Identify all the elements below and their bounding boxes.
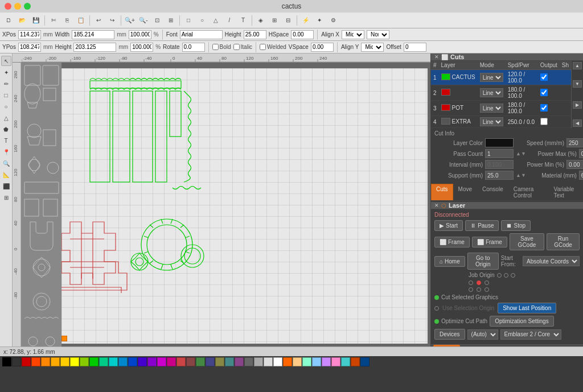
- layer-color-swatch[interactable]: [485, 138, 514, 147]
- table-row[interactable]: 4 EXTRA Line 250.0 / 0.0: [431, 116, 571, 128]
- tab-variable[interactable]: Variable Text: [548, 184, 583, 200]
- edit-tool[interactable]: ⊞: [1, 192, 11, 203]
- device-select[interactable]: Emblaser 2 / Core: [500, 329, 561, 340]
- scroll-up-btn[interactable]: ▲: [573, 62, 582, 69]
- pin-tool[interactable]: 📍: [1, 147, 11, 157]
- color-swatch-cc88ff[interactable]: [322, 357, 331, 366]
- color-swatch-8800cc[interactable]: [147, 357, 157, 366]
- home-btn[interactable]: ⌂ Home: [434, 256, 465, 267]
- layer-color2[interactable]: [441, 89, 450, 96]
- trace-btn[interactable]: ✦: [313, 14, 326, 27]
- color-swatch-44cccc[interactable]: [341, 357, 350, 366]
- color-swatch-ffff00[interactable]: [70, 357, 79, 366]
- node-tool[interactable]: ✦: [1, 67, 11, 77]
- speed-val[interactable]: 250: [566, 138, 583, 147]
- rotate-input[interactable]: [182, 43, 205, 52]
- color-swatch-ff8800[interactable]: [41, 357, 50, 366]
- color-swatch-cc0088[interactable]: [167, 357, 176, 366]
- zoom-sel-btn[interactable]: ⊞: [165, 14, 177, 27]
- show-last-pos-btn[interactable]: Show Last Position: [498, 303, 556, 313]
- go-to-origin-btn[interactable]: Go to Origin: [467, 253, 499, 270]
- table-row[interactable]: 1 CACTUS Line 120.0 / 100.0: [431, 70, 571, 85]
- color-swatch-444488[interactable]: [206, 357, 215, 366]
- color-swatch-ffcc00[interactable]: [60, 357, 69, 366]
- canvas-area[interactable]: -240 -200 -160 -120 -80 -40 0 40 80 120 …: [13, 53, 430, 346]
- layer-color4[interactable]: [441, 118, 450, 125]
- close-button[interactable]: [5, 3, 11, 10]
- support-arrows[interactable]: ▲▼: [516, 172, 526, 178]
- redo-btn[interactable]: ↪: [106, 14, 118, 27]
- color-swatch-ff6600[interactable]: [283, 357, 292, 366]
- color-swatch-333333[interactable]: [12, 357, 21, 366]
- radio8[interactable]: [477, 287, 481, 292]
- zoom-out-btn[interactable]: 🔍-: [137, 14, 150, 27]
- pass-count-val[interactable]: 1: [485, 149, 514, 158]
- scroll-down-btn[interactable]: ▼: [573, 80, 582, 88]
- open-btn[interactable]: 📂: [16, 14, 28, 27]
- optimization-btn[interactable]: Optimization Settings: [490, 316, 554, 327]
- text-tool[interactable]: T: [1, 135, 11, 146]
- color-swatch-cc0000[interactable]: [22, 357, 31, 366]
- radio2[interactable]: [504, 273, 508, 278]
- radio9[interactable]: [485, 287, 489, 292]
- aligny-select[interactable]: MiddleTopBottom: [361, 43, 384, 52]
- xpos-input[interactable]: [18, 30, 41, 39]
- offset-input[interactable]: [404, 43, 426, 52]
- hspace-input[interactable]: [291, 30, 314, 39]
- zoom-fit-btn[interactable]: ⊡: [151, 14, 163, 27]
- new-btn[interactable]: 🗋: [2, 14, 15, 27]
- wpct-input[interactable]: [129, 30, 151, 39]
- color-swatch-000000[interactable]: [2, 357, 11, 366]
- alignx-select[interactable]: MiddleLeftRight: [342, 30, 364, 39]
- btm-tab-shape[interactable]: Shape Properties: [492, 345, 549, 346]
- color-swatch-00cccc[interactable]: [109, 357, 118, 366]
- color-swatch-dddddd[interactable]: [264, 357, 273, 366]
- fill-tool[interactable]: ⬛: [1, 181, 11, 191]
- color-swatch-00cc00[interactable]: [89, 357, 98, 366]
- minimize-button[interactable]: [14, 3, 21, 10]
- devices-btn[interactable]: Devices: [434, 329, 465, 340]
- normal-select[interactable]: Normal: [367, 30, 389, 39]
- text-btn[interactable]: T: [237, 14, 249, 27]
- ypos-input[interactable]: [18, 43, 41, 52]
- cuts-close-btn[interactable]: ✕: [434, 54, 439, 60]
- color-swatch-0044cc[interactable]: [128, 357, 137, 366]
- color-swatch-00cc88[interactable]: [99, 357, 108, 366]
- radio4[interactable]: [469, 280, 473, 285]
- frame-btn2[interactable]: ⬜ Frame: [472, 237, 507, 247]
- color-swatch-cc00cc[interactable]: [157, 357, 166, 366]
- circle-tool[interactable]: ○: [1, 101, 11, 112]
- color-swatch-448844[interactable]: [196, 357, 205, 366]
- font-input[interactable]: [180, 30, 223, 39]
- width-input[interactable]: [72, 30, 114, 39]
- copy-btn[interactable]: ⎘: [61, 14, 73, 27]
- mode-select4[interactable]: Line: [480, 117, 503, 126]
- output-check3[interactable]: [540, 104, 548, 112]
- power-min-val[interactable]: 0.00: [566, 160, 583, 169]
- color-swatch-884444[interactable]: [186, 357, 195, 366]
- stop-btn[interactable]: ⏹ Stop: [501, 220, 531, 231]
- color-swatch-0088cc[interactable]: [118, 357, 128, 366]
- vspace-input[interactable]: [311, 43, 334, 52]
- color-swatch-888844[interactable]: [215, 357, 224, 366]
- output-check2[interactable]: [540, 89, 548, 96]
- start-btn[interactable]: ▶ Start: [434, 220, 463, 231]
- bold-check[interactable]: Bold: [212, 44, 231, 50]
- start-from-select[interactable]: Absolute Coords: [523, 256, 580, 266]
- radio5[interactable]: [477, 280, 481, 285]
- material-val[interactable]: 6.0: [579, 171, 583, 180]
- line-btn[interactable]: /: [223, 14, 236, 27]
- node-btn[interactable]: ◈: [254, 14, 267, 27]
- color-swatch-ff88cc[interactable]: [331, 357, 340, 366]
- mode-select3[interactable]: Line: [480, 104, 503, 113]
- power-max-val[interactable]: 0.00: [579, 149, 583, 158]
- measure-tool[interactable]: 📐: [1, 170, 11, 180]
- save-gcode-btn[interactable]: Save GCode: [510, 233, 544, 250]
- save-btn[interactable]: 💾: [30, 14, 42, 27]
- group-btn[interactable]: ⊞: [268, 14, 281, 27]
- height-input[interactable]: [73, 43, 116, 52]
- paste-btn[interactable]: 📋: [75, 14, 87, 27]
- laser-close-btn[interactable]: ✕: [434, 203, 439, 208]
- btm-tab-laser[interactable]: Laser: [433, 345, 460, 346]
- pause-btn[interactable]: ⏸ Pause: [465, 220, 499, 231]
